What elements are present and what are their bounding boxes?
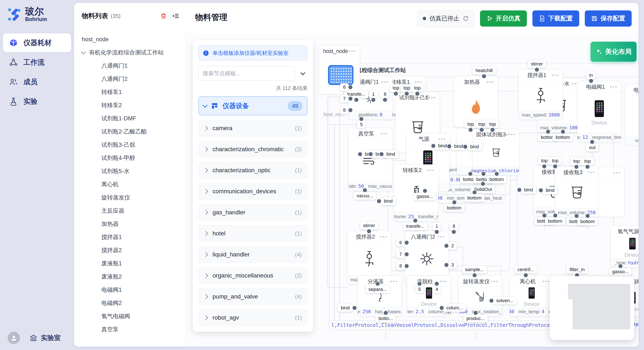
port-dot[interactable]: [439, 306, 444, 311]
port-chip-bottom[interactable]: bottom: [486, 176, 507, 183]
tree-item[interactable]: 真空泵: [74, 323, 186, 336]
port-chip-bind[interactable]: bind: [521, 186, 536, 194]
tree-item[interactable]: 离心机: [74, 178, 186, 191]
node-menu-icon[interactable]: •••: [348, 48, 356, 54]
port-dot[interactable]: [362, 188, 367, 193]
sidebar-item-lab[interactable]: 实验室: [30, 334, 61, 342]
port-dot[interactable]: [404, 252, 409, 257]
port-chip-bottom[interactable]: bottom: [464, 194, 484, 202]
port-chip-filterin[interactable]: filter_in: [567, 266, 588, 273]
port-chip-5[interactable]: 5: [357, 121, 366, 128]
port-dot[interactable]: [447, 144, 452, 149]
port-chip-8[interactable]: 8: [381, 90, 389, 98]
port-chip-8[interactable]: 8: [396, 262, 405, 270]
port-dot[interactable]: [542, 164, 547, 169]
subcategory-hotel[interactable]: hotel(1): [198, 225, 308, 242]
port-chip-bottom[interactable]: bottom: [553, 134, 573, 141]
port-dot[interactable]: [404, 264, 409, 269]
port-chip-transfe[interactable]: transfe...: [403, 222, 428, 230]
minimap-viewport[interactable]: [573, 284, 630, 329]
port-dot[interactable]: [480, 127, 484, 132]
port-chip-7[interactable]: 7: [396, 250, 405, 258]
port-chip-top[interactable]: top: [390, 84, 402, 92]
port-dot[interactable]: [553, 213, 558, 218]
refresh-icon[interactable]: [463, 15, 469, 21]
port-chip-6[interactable]: 6: [396, 239, 405, 246]
port-chip-3[interactable]: 3: [448, 261, 457, 269]
port-dot[interactable]: [590, 140, 595, 144]
canvas-node-固体试剂瓶3-氯化镁[interactable]: 固体试剂瓶3-氯化镁•••agent: magnesium_chlorideph…: [472, 129, 520, 175]
port-dot[interactable]: [404, 240, 409, 245]
tree-item[interactable]: 试剂瓶3-己烷: [74, 138, 186, 151]
node-menu-icon[interactable]: •••: [380, 233, 388, 240]
subcategory-organic_miscellaneous[interactable]: organic_miscellaneous(2): [198, 267, 308, 284]
port-chip-bind[interactable]: bind: [383, 150, 398, 158]
port-dot[interactable]: [368, 152, 373, 157]
port-dot[interactable]: [375, 281, 380, 286]
port-chip-botto[interactable]: botto...: [376, 315, 396, 322]
node-menu-icon[interactable]: •••: [428, 94, 436, 101]
subcategory-characterization_optic[interactable]: characterization_optic(1): [198, 162, 308, 178]
tree-item[interactable]: 转移泵1: [74, 85, 186, 99]
download-config-button[interactable]: 下载配置: [532, 10, 579, 26]
node-menu-icon[interactable]: •••: [542, 278, 550, 285]
tree-item[interactable]: 加热器: [74, 217, 186, 230]
node-menu-icon[interactable]: •••: [613, 170, 621, 176]
canvas-node-离心机[interactable]: 离心机•••Devicetemp: 40min_temp: 4max_spe: [510, 276, 554, 316]
port-dot[interactable]: [574, 164, 579, 169]
port-dot[interactable]: [371, 97, 376, 102]
canvas-node-接收瓶3[interactable]: 接收瓶3•••max_volume: 250: [555, 167, 599, 217]
port-dot[interactable]: [413, 218, 418, 223]
port-dot[interactable]: [524, 273, 528, 278]
port-dot[interactable]: [480, 181, 485, 186]
port-dot[interactable]: [348, 85, 353, 90]
subcategory-liquid_handler[interactable]: liquid_handler(4): [198, 246, 308, 263]
port-chip-5[interactable]: 5: [415, 286, 424, 293]
port-chip-sample[interactable]: sample...: [462, 266, 487, 273]
node-menu-icon[interactable]: •••: [381, 130, 388, 137]
canvas-node-真空泵[interactable]: 真空泵•••pump_rate: 50max_vacuum: 0.1: [348, 128, 392, 191]
canvas-node-电磁阀1[interactable]: 电磁阀1•••Devicevoltage: 12response_time: 0…: [577, 81, 621, 142]
canvas-node-host_node[interactable]: host_node•••: [319, 45, 360, 94]
port-chip-top[interactable]: top: [476, 120, 488, 128]
port-dot[interactable]: [359, 117, 364, 121]
node-menu-icon[interactable]: •••: [552, 72, 559, 78]
port-chip-bottom[interactable]: bottom: [577, 218, 598, 225]
subcategory-characterization_chromatic[interactable]: characterization_chromatic(2): [198, 141, 308, 158]
port-dot[interactable]: [553, 164, 558, 169]
port-chip-top[interactable]: top: [411, 84, 424, 92]
port-dot[interactable]: [354, 97, 359, 102]
canvas-node-搅拌器1[interactable]: 搅拌器1•••max_speed: 2000: [518, 69, 563, 120]
port-chip-bind[interactable]: bind: [381, 197, 396, 205]
sidebar-item-experiment[interactable]: 实验: [3, 92, 71, 111]
port-dot[interactable]: [468, 127, 473, 132]
port-chip-2[interactable]: 2: [448, 242, 457, 250]
node-menu-icon[interactable]: •••: [486, 79, 494, 85]
port-dot[interactable]: [585, 213, 590, 218]
port-dot[interactable]: [379, 152, 384, 157]
port-dot[interactable]: [452, 200, 456, 205]
port-chip-stirrer[interactable]: stirrer: [528, 60, 546, 68]
panel-fold-toggle[interactable]: [298, 72, 308, 75]
port-chip-gasso[interactable]: gasso...: [414, 193, 436, 200]
port-dot[interactable]: [422, 188, 427, 193]
subcategory-camera[interactable]: camera(1): [198, 120, 308, 137]
port-chip-produc[interactable]: produc...: [464, 315, 488, 322]
port-dot[interactable]: [358, 152, 362, 157]
collapse-list-icon[interactable]: [172, 12, 179, 19]
port-chip-out[interactable]: out: [586, 144, 599, 151]
port-dot[interactable]: [444, 263, 449, 268]
tree-item[interactable]: 八通阀门1: [74, 59, 186, 72]
port-dot[interactable]: [494, 172, 499, 176]
node-menu-icon[interactable]: •••: [440, 278, 447, 285]
tree-item[interactable]: 电磁阀2: [74, 296, 186, 310]
port-dot[interactable]: [348, 108, 353, 113]
category-instruments[interactable]: 仪器设备 49: [198, 96, 308, 116]
node-menu-icon[interactable]: •••: [508, 131, 516, 138]
canvas-node[interactable]: •••: [598, 167, 624, 217]
port-chip-top[interactable]: top: [464, 120, 477, 128]
port-chip-8[interactable]: 8: [450, 222, 458, 230]
port-dot[interactable]: [367, 229, 372, 234]
node-menu-icon[interactable]: •••: [438, 136, 446, 142]
simulation-status-pill[interactable]: 仿真已停止: [417, 10, 474, 27]
